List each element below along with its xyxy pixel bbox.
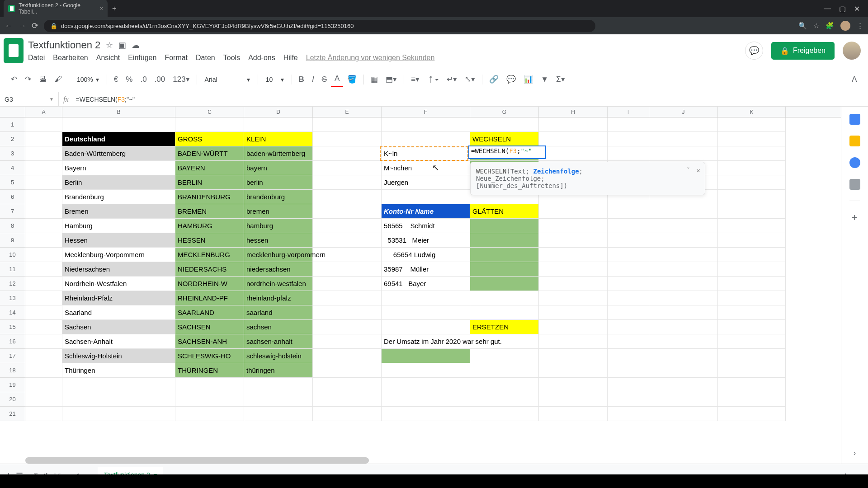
- cell[interactable]: Niedersachsen: [62, 262, 175, 277]
- cell[interactable]: Juergen: [382, 175, 470, 190]
- cell[interactable]: [25, 175, 62, 190]
- row-header[interactable]: 9: [0, 233, 25, 248]
- cell[interactable]: [313, 161, 382, 175]
- cell[interactable]: niedersachsen: [244, 262, 313, 277]
- cell[interactable]: [25, 204, 62, 219]
- print-icon[interactable]: 🖶: [35, 72, 50, 87]
- cell[interactable]: Der Umsatz im Jahr 2020 war sehr gut.: [382, 334, 470, 349]
- link-icon[interactable]: 🔗: [486, 72, 502, 87]
- cell[interactable]: brandenburg: [244, 190, 313, 204]
- cell[interactable]: [539, 334, 608, 349]
- cell[interactable]: [718, 219, 786, 233]
- cell[interactable]: sachsen-anhalt: [244, 334, 313, 349]
- cell[interactable]: [382, 378, 470, 392]
- cell[interactable]: [25, 334, 62, 349]
- cell[interactable]: [382, 291, 470, 305]
- borders-icon[interactable]: ▦: [367, 72, 382, 87]
- cell[interactable]: [313, 277, 382, 291]
- cell[interactable]: Brandenburg: [62, 190, 175, 204]
- cell[interactable]: [539, 233, 608, 248]
- col-header[interactable]: B: [62, 107, 175, 117]
- cell[interactable]: [470, 262, 539, 277]
- account-avatar-icon[interactable]: [843, 42, 861, 60]
- cell[interactable]: [649, 233, 718, 248]
- cell[interactable]: [470, 407, 539, 421]
- cell[interactable]: [470, 378, 539, 392]
- cell[interactable]: Thüringen: [62, 363, 175, 378]
- cell[interactable]: [718, 204, 786, 219]
- cell[interactable]: [539, 349, 608, 363]
- cell[interactable]: 69541 Bayer: [382, 277, 470, 291]
- cell[interactable]: [718, 248, 786, 262]
- cell[interactable]: [608, 291, 649, 305]
- cell[interactable]: Sachsen: [62, 320, 175, 334]
- name-box[interactable]: G3 ▼: [0, 92, 59, 106]
- cell[interactable]: SACHSEN: [175, 320, 244, 334]
- cell[interactable]: thüringen: [244, 363, 313, 378]
- cell[interactable]: Nordrhein-Westfalen: [62, 277, 175, 291]
- cell[interactable]: [382, 132, 470, 146]
- active-cell-editor[interactable]: =WECHSELN(F3;"~": [468, 145, 546, 159]
- menu-hilfe[interactable]: Hilfe: [283, 54, 298, 62]
- cloud-status-icon[interactable]: ☁: [132, 40, 140, 50]
- cell[interactable]: [718, 305, 786, 320]
- row-header[interactable]: 18: [0, 363, 25, 378]
- cell[interactable]: [313, 363, 382, 378]
- cell[interactable]: [649, 132, 718, 146]
- cell[interactable]: MECKLENBURG: [175, 248, 244, 262]
- cell[interactable]: [470, 248, 539, 262]
- tasks-icon[interactable]: [849, 157, 860, 168]
- cell[interactable]: [718, 320, 786, 334]
- cell[interactable]: [718, 175, 786, 190]
- cell[interactable]: HAMBURG: [175, 219, 244, 233]
- cell[interactable]: [539, 407, 608, 421]
- cell[interactable]: [539, 262, 608, 277]
- row-header[interactable]: 10: [0, 248, 25, 262]
- cell[interactable]: [718, 291, 786, 305]
- cell[interactable]: [382, 190, 470, 204]
- cell[interactable]: [649, 334, 718, 349]
- row-header[interactable]: 2: [0, 132, 25, 146]
- row-header[interactable]: 13: [0, 291, 25, 305]
- sheets-logo-icon[interactable]: [4, 38, 24, 63]
- horizontal-scrollbar[interactable]: [25, 457, 369, 464]
- cell[interactable]: [25, 363, 62, 378]
- cell[interactable]: [608, 132, 649, 146]
- cell[interactable]: [470, 349, 539, 363]
- cell[interactable]: [470, 117, 539, 132]
- cell[interactable]: [313, 349, 382, 363]
- cell[interactable]: rheinland-pfalz: [244, 291, 313, 305]
- font-size-select[interactable]: 10▾: [261, 74, 288, 85]
- col-header[interactable]: A: [25, 107, 62, 117]
- cell[interactable]: [539, 363, 608, 378]
- star-icon[interactable]: ☆: [813, 22, 819, 30]
- cell[interactable]: [313, 305, 382, 320]
- cell[interactable]: [608, 334, 649, 349]
- functions-icon[interactable]: Σ▾: [552, 72, 569, 87]
- menu-format[interactable]: Format: [165, 54, 188, 62]
- cell[interactable]: [539, 277, 608, 291]
- calendar-icon[interactable]: [849, 114, 860, 125]
- cell[interactable]: [608, 204, 649, 219]
- cell[interactable]: [25, 305, 62, 320]
- cell[interactable]: [313, 291, 382, 305]
- cell[interactable]: [470, 219, 539, 233]
- tooltip-expand-icon[interactable]: ˇ: [686, 167, 690, 174]
- cell[interactable]: [25, 161, 62, 175]
- cell[interactable]: [382, 349, 470, 363]
- cell[interactable]: [649, 262, 718, 277]
- bold-icon[interactable]: B: [295, 72, 308, 87]
- extensions-icon[interactable]: 🧩: [826, 22, 834, 30]
- format-123-icon[interactable]: 123▾: [169, 72, 193, 87]
- cell[interactable]: [539, 305, 608, 320]
- back-icon[interactable]: ←: [5, 21, 13, 31]
- cell[interactable]: [539, 219, 608, 233]
- cell[interactable]: 56565 Schmidt: [382, 219, 470, 233]
- cell[interactable]: [718, 392, 786, 407]
- add-panel-icon[interactable]: +: [852, 212, 858, 224]
- cell[interactable]: [539, 320, 608, 334]
- cell[interactable]: [608, 262, 649, 277]
- cell[interactable]: [25, 248, 62, 262]
- col-header[interactable]: I: [608, 107, 649, 117]
- cell[interactable]: [539, 146, 608, 161]
